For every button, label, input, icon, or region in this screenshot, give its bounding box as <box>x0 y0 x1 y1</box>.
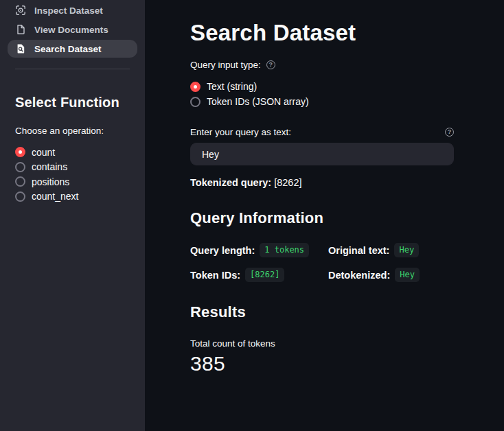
field-label: Detokenized: <box>328 270 390 281</box>
page-title: Search Dataset <box>190 21 454 45</box>
detokenized-field: Detokenized: Hey <box>328 268 454 282</box>
sidebar-item-view-documents[interactable]: View Documents <box>8 21 137 38</box>
sidebar-section-title: Select Function <box>15 95 130 110</box>
radio-contains[interactable]: contains <box>15 160 130 175</box>
main-content: Search Dataset Query input type: ? Text … <box>145 0 504 431</box>
radio-label: Text (string) <box>207 81 257 92</box>
operation-radio-group: count contains positions count_next <box>15 145 130 204</box>
token-ids-field: Token IDs: [8262] <box>190 268 328 282</box>
original-text-field: Original text: Hey <box>328 243 454 257</box>
sidebar-item-label: Inspect Dataset <box>34 5 103 16</box>
radio-token-ids[interactable]: Token IDs (JSON array) <box>190 94 454 109</box>
sidebar-item-search-dataset[interactable]: Search Dataset <box>8 40 137 58</box>
query-text-input[interactable] <box>190 143 454 165</box>
total-count-metric: Total count of tokens 385 <box>190 338 454 375</box>
field-value-code: Hey <box>394 243 419 257</box>
radio-button[interactable] <box>15 162 25 172</box>
query-info-grid: Query length: 1 tokens Original text: He… <box>190 243 454 282</box>
help-icon[interactable]: ? <box>445 128 454 137</box>
radio-text-string[interactable]: Text (string) <box>190 79 454 94</box>
help-icon[interactable]: ? <box>266 60 275 69</box>
query-input-label: Enter your query as text: <box>190 127 291 137</box>
metric-value: 385 <box>190 352 454 375</box>
metric-label: Total count of tokens <box>190 338 454 349</box>
sidebar: Inspect Dataset View Documents <box>0 0 145 431</box>
radio-button[interactable] <box>190 97 201 107</box>
radio-label: count <box>32 147 55 158</box>
radio-label: count_next <box>32 191 79 202</box>
radio-button-selected[interactable] <box>190 82 201 92</box>
sidebar-divider <box>15 69 130 69</box>
sidebar-nav: Inspect Dataset View Documents <box>15 1 130 58</box>
field-label: Token IDs: <box>190 270 240 281</box>
field-value-code: 1 tokens <box>260 243 309 257</box>
sidebar-item-label: View Documents <box>34 25 108 35</box>
field-label: Original text: <box>328 245 389 256</box>
radio-positions[interactable]: positions <box>15 174 130 189</box>
field-value-code: Hey <box>395 268 420 282</box>
document-icon <box>15 24 26 35</box>
query-type-label-row: Query input type: ? <box>190 60 454 70</box>
radio-button[interactable] <box>15 191 25 202</box>
radio-label: positions <box>32 176 69 187</box>
app-window: Inspect Dataset View Documents <box>0 0 504 431</box>
sidebar-item-label: Search Dataset <box>34 44 102 54</box>
query-type-label: Query input type: <box>190 60 261 70</box>
query-input-label-row: Enter your query as text: ? <box>190 127 454 137</box>
tokenized-query-label: Tokenized query: <box>190 177 271 188</box>
query-information-heading: Query Information <box>190 209 454 227</box>
radio-label: Token IDs (JSON array) <box>207 96 309 107</box>
radio-count-next[interactable]: count_next <box>15 189 130 205</box>
radio-button-selected[interactable] <box>15 147 25 157</box>
results-heading: Results <box>190 303 454 321</box>
tokenized-query-line: Tokenized query: [8262] <box>190 177 454 188</box>
radio-label: contains <box>32 161 67 172</box>
field-label: Query length: <box>190 245 255 256</box>
field-value-code: [8262] <box>245 268 284 282</box>
sidebar-item-inspect-dataset[interactable]: Inspect Dataset <box>8 1 137 19</box>
query-length-field: Query length: 1 tokens <box>190 243 328 257</box>
inspect-icon <box>15 5 26 16</box>
tokenized-query-value: [8262] <box>274 177 301 188</box>
document-search-icon <box>15 43 26 54</box>
operation-label: Choose an operation: <box>15 126 130 136</box>
radio-button[interactable] <box>15 176 25 187</box>
radio-count[interactable]: count <box>15 145 130 160</box>
query-type-radio-group: Text (string) Token IDs (JSON array) <box>190 79 454 109</box>
